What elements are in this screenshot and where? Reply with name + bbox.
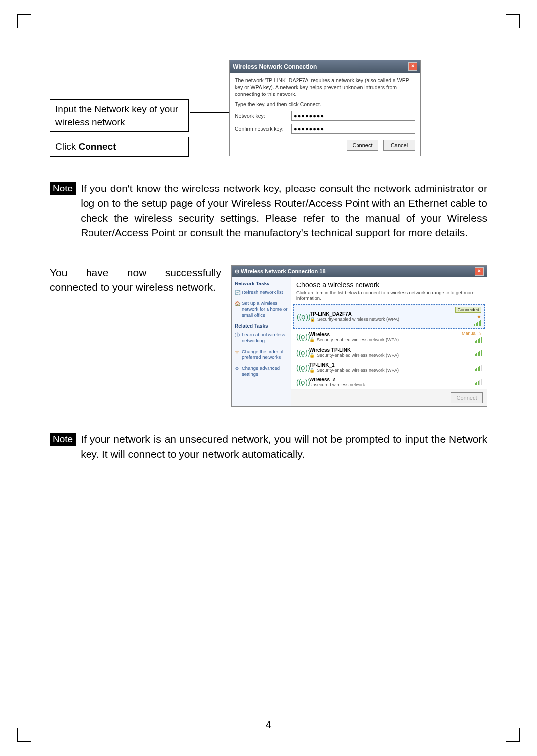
network-security: 🔒Security-enabled wireless network (WPA)	[309, 337, 458, 342]
note-badge: Note	[50, 433, 76, 446]
chooser-sidebar: Network Tasks 🔄Refresh network list 🏠Set…	[232, 277, 291, 406]
wireless-icon: ((ǫ))	[296, 333, 305, 341]
lock-icon: 🔒	[309, 368, 315, 373]
wireless-icon: ((ǫ))	[296, 378, 305, 386]
network-item[interactable]: ((ǫ))Wireless_2Unsecured wireless networ…	[293, 375, 485, 389]
network-list[interactable]: ((ǫ))TP-LINK_DA2F7A🔒Security-enabled wir…	[293, 304, 485, 389]
wireless-icon: ((ǫ))	[296, 349, 305, 357]
callout-input-key-text: Input the Network key of your wireless n…	[55, 104, 178, 127]
note-text-1: If you don't know the wireless network k…	[81, 181, 487, 240]
chooser-subtext: Click an item in the list below to conne…	[291, 290, 487, 304]
crop-mark-tl	[17, 14, 31, 28]
sidebar-heading-related: Related Tasks	[235, 323, 288, 329]
task-learn-label: Learn about wireless networking	[242, 332, 285, 343]
close-icon[interactable]: ×	[408, 62, 417, 71]
network-item[interactable]: ((ǫ))TP-LINK_DA2F7A🔒Security-enabled wir…	[293, 304, 485, 329]
wireless-chooser-window: ⊙ Wireless Network Connection 18 × Netwo…	[231, 265, 487, 407]
network-item[interactable]: ((ǫ))Wireless TP-LINK🔒Security-enabled w…	[293, 345, 485, 360]
label-confirm-key: Confirm network key:	[235, 126, 288, 132]
network-security: Unsecured wireless network	[309, 382, 471, 387]
callout-click-connect: Click Connect	[50, 137, 189, 157]
callout-input-key: Input the Network key of your wireless n…	[50, 99, 189, 132]
antenna-icon: ⊙	[235, 268, 241, 274]
network-name: Wireless TP-LINK	[309, 347, 471, 353]
task-order-label: Change the order of preferred networks	[242, 349, 284, 360]
network-item[interactable]: ((ǫ))Wireless🔒Security-enabled wireless …	[293, 329, 485, 345]
sidebar-heading-network-tasks: Network Tasks	[235, 281, 288, 286]
callout-click-pre: Click	[55, 141, 78, 152]
lock-icon: 🔒	[309, 353, 315, 358]
network-item[interactable]: ((ǫ))TP-LINK_1🔒Security-enabled wireless…	[293, 360, 485, 375]
wireless-icon: ((ǫ))	[296, 364, 305, 372]
dialog-info-1: The network 'TP-LINK_DA2F7A' requires a …	[235, 77, 415, 98]
manual-label: Manual ☆	[462, 331, 482, 336]
chooser-connect-button[interactable]: Connect	[451, 392, 483, 403]
confirm-key-input[interactable]	[291, 124, 415, 134]
lock-icon: 🔒	[309, 337, 315, 342]
star-icon: ★	[477, 314, 481, 319]
note-block-1: Note If you don't know the wireless netw…	[50, 181, 487, 240]
dialog-info-2: Type the key, and then click Connect.	[235, 101, 415, 108]
refresh-icon: 🔄	[235, 290, 240, 295]
network-key-input[interactable]	[291, 111, 415, 121]
chooser-heading: Choose a wireless network	[291, 277, 487, 290]
network-name: Wireless	[309, 332, 458, 337]
home-icon: 🏠	[235, 301, 240, 306]
note-badge: Note	[50, 182, 76, 195]
callout-click-bold: Connect	[78, 141, 116, 152]
page-number: 4	[0, 718, 537, 731]
task-setup-label: Set up a wireless network for a home or …	[242, 300, 287, 318]
network-name: TP-LINK_1	[309, 362, 471, 368]
network-security: 🔒Security-enabled wireless network (WPA)	[309, 353, 471, 358]
task-advanced[interactable]: ⚙Change advanced settings	[235, 365, 288, 377]
label-network-key: Network key:	[235, 113, 288, 119]
task-refresh-label: Refresh network list	[242, 289, 283, 295]
task-refresh[interactable]: 🔄Refresh network list	[235, 289, 288, 295]
chooser-title: Wireless Network Connection 18	[241, 268, 325, 274]
info-icon: ⓘ	[235, 332, 240, 337]
network-security: 🔒Security-enabled wireless network (WPA)	[309, 368, 471, 373]
cancel-button[interactable]: Cancel	[383, 140, 415, 151]
footer-rule	[50, 717, 487, 717]
star-icon: ☆	[235, 349, 240, 354]
connected-badge: Connected	[455, 307, 481, 313]
success-text: You have now successfully connected to y…	[50, 265, 221, 407]
crop-mark-tr	[506, 14, 520, 28]
task-setup[interactable]: 🏠Set up a wireless network for a home or…	[235, 300, 288, 318]
task-advanced-label: Change advanced settings	[242, 365, 280, 377]
network-security: 🔒Security-enabled wireless network (WPA)	[310, 317, 451, 322]
wireless-icon: ((ǫ))	[297, 313, 306, 321]
dialog-title: Wireless Network Connection	[233, 63, 317, 70]
task-learn[interactable]: ⓘLearn about wireless networking	[235, 332, 288, 344]
task-order[interactable]: ☆Change the order of preferred networks	[235, 349, 288, 361]
note-text-2: If your network is an unsecured network,…	[81, 432, 487, 462]
note-block-2: Note If your network is an unsecured net…	[50, 432, 487, 462]
network-name: TP-LINK_DA2F7A	[310, 311, 451, 317]
connect-button[interactable]: Connect	[347, 140, 378, 151]
close-icon[interactable]: ×	[475, 267, 484, 276]
network-key-dialog: Wireless Network Connection × The networ…	[229, 60, 421, 156]
network-name: Wireless_2	[309, 377, 471, 382]
gear-icon: ⚙	[235, 366, 240, 371]
lock-icon: 🔒	[310, 317, 315, 322]
